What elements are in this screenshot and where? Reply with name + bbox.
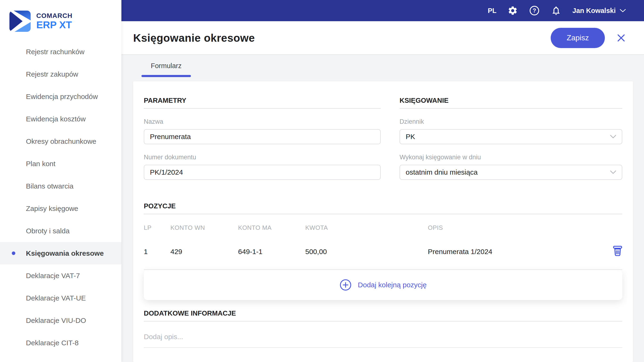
tab-formularz-label: Formularz: [142, 62, 191, 70]
section-pozycje: POZYCJE LP KONTO WN KONTO MA KWOTA OPIS …: [144, 202, 622, 300]
ksiegowanie-title: KSIĘGOWANIE: [400, 97, 622, 109]
user-menu[interactable]: Jan Kowalski: [572, 7, 626, 14]
sidebar-item-ewidencja-przychodow[interactable]: Ewidencja przychodów: [0, 85, 122, 108]
user-name: Jan Kowalski: [572, 7, 616, 14]
section-ksiegowanie: KSIĘGOWANIE Dziennik PK Wykonaj księgowa…: [400, 97, 622, 180]
cell-kwota[interactable]: 500,00: [305, 248, 428, 256]
tab-active-indicator: [142, 75, 191, 77]
sidebar-item-label: Plan kont: [26, 160, 56, 168]
sidebar-item-deklaracje-cit8[interactable]: Deklaracje CIT-8: [0, 332, 122, 354]
add-position-label: Dodaj kolejną pozycję: [358, 281, 427, 289]
wykonaj-label: Wykonaj księgowanie w dniu: [400, 154, 622, 161]
col-kwota: KWOTA: [305, 224, 428, 232]
sidebar-item-label: Rejestr zakupów: [26, 70, 78, 78]
cell-konto-wn[interactable]: 429: [170, 248, 238, 256]
svg-text:?: ?: [533, 7, 536, 14]
sidebar-item-okresy-obrachunkowe[interactable]: Okresy obrachunkowe: [0, 130, 122, 152]
language-selector[interactable]: PL: [488, 7, 496, 14]
brand-line1: COMARCH: [36, 12, 72, 19]
chevron-down-icon: [610, 170, 616, 174]
sidebar-item-plan-kont[interactable]: Plan kont: [0, 152, 122, 175]
cell-lp: 1: [144, 248, 170, 256]
sidebar: COMARCH ERP XT Rejestr rachunków Rejestr…: [0, 0, 122, 362]
cell-konto-ma[interactable]: 649-1-1: [238, 248, 305, 256]
sidebar-item-label: Ewidencja przychodów: [26, 92, 98, 101]
sidebar-item-label: Deklaracje VAT-UE: [26, 294, 86, 302]
add-position-button[interactable]: Dodaj kolejną pozycję: [144, 270, 622, 300]
sidebar-item-ksiegowania-okresowe[interactable]: Księgowania okresowe: [0, 242, 122, 264]
chevron-down-icon: [620, 8, 626, 13]
wykonaj-select[interactable]: ostatnim dniu miesiąca: [400, 165, 622, 180]
brand-line2: ERP XT: [36, 20, 72, 30]
gear-icon: [508, 6, 518, 16]
help-button[interactable]: ?: [529, 5, 540, 16]
header-actions: Zapisz: [551, 28, 644, 48]
numer-dokumentu-input[interactable]: [144, 165, 381, 180]
tabbar: Formularz: [122, 55, 644, 81]
main-area: PL ? Jan Kowalski: [122, 0, 644, 362]
parametry-title: PARAMETRY: [144, 97, 381, 109]
dziennik-select[interactable]: PK: [400, 129, 622, 144]
col-konto-ma: KONTO MA: [238, 224, 305, 232]
trash-icon: [613, 245, 622, 256]
section-parametry: PARAMETRY Nazwa Numer dokumentu: [144, 97, 381, 180]
comarch-wordmark: COMARCH ERP XT: [36, 12, 72, 30]
numer-dokumentu-label: Numer dokumentu: [144, 154, 381, 161]
form-columns: PARAMETRY Nazwa Numer dokumentu KSIĘGOWA…: [144, 97, 622, 180]
col-konto-wn: KONTO WN: [170, 224, 238, 232]
table-row: 1 429 649-1-1 500,00 Prenumerata 1/2024: [144, 245, 622, 258]
active-item-dot: [12, 252, 15, 255]
sidebar-item-label: Deklaracje VIU-DO: [26, 316, 86, 324]
col-lp: LP: [144, 224, 170, 232]
col-opis: OPIS: [428, 224, 608, 232]
pozycje-table-header: LP KONTO WN KONTO MA KWOTA OPIS: [144, 224, 622, 232]
sidebar-item-label: Rejestr rachunków: [26, 48, 84, 56]
save-button[interactable]: Zapisz: [551, 28, 605, 48]
tab-formularz[interactable]: Formularz: [142, 62, 191, 77]
chevron-down-icon: [610, 135, 616, 138]
nazwa-input[interactable]: [144, 129, 381, 144]
help-icon: ?: [529, 6, 540, 16]
comarch-logo-icon: [10, 10, 31, 32]
sidebar-item-deklaracje-viudo[interactable]: Deklaracje VIU-DO: [0, 309, 122, 332]
section-dodatkowe-informacje: DODATKOWE INFORMACJE: [144, 310, 622, 348]
plus-circle-icon: [340, 279, 352, 291]
comarch-logo[interactable]: COMARCH ERP XT: [0, 0, 122, 35]
sidebar-item-deklaracje-vat7[interactable]: Deklaracje VAT-7: [0, 264, 122, 287]
wykonaj-value: ostatnim dniu miesiąca: [406, 168, 478, 176]
pozycje-title: POZYCJE: [144, 202, 622, 214]
app-root: COMARCH ERP XT Rejestr rachunków Rejestr…: [0, 0, 644, 362]
notifications-button[interactable]: [551, 5, 562, 16]
dodatkowe-title: DODATKOWE INFORMACJE: [144, 310, 622, 322]
sidebar-item-obroty-i-salda[interactable]: Obroty i salda: [0, 220, 122, 242]
sidebar-item-bilans-otwarcia[interactable]: Bilans otwarcia: [0, 175, 122, 197]
dziennik-value: PK: [406, 133, 415, 141]
sidebar-item-label: Księgowania okresowe: [26, 249, 104, 257]
settings-button[interactable]: [507, 5, 518, 16]
sidebar-item-label: Obroty i salda: [26, 227, 70, 235]
sidebar-item-label: Ewidencja kosztów: [26, 115, 86, 123]
opis-input[interactable]: [144, 326, 622, 348]
nazwa-label: Nazwa: [144, 118, 381, 126]
sidebar-item-label: Deklaracje CIT-8: [26, 339, 78, 347]
sidebar-item-rejestr-zakupow[interactable]: Rejestr zakupów: [0, 63, 122, 85]
cell-opis[interactable]: Prenumerata 1/2024: [428, 248, 608, 256]
topbar: PL ? Jan Kowalski: [122, 0, 644, 21]
sidebar-item-ewidencja-kosztow[interactable]: Ewidencja kosztów: [0, 108, 122, 130]
close-icon[interactable]: [617, 34, 626, 42]
sidebar-menu: Rejestr rachunków Rejestr zakupów Ewiden…: [0, 35, 122, 354]
bell-icon: [551, 6, 561, 16]
sidebar-item-label: Bilans otwarcia: [26, 182, 74, 190]
sidebar-item-label: Deklaracje VAT-7: [26, 272, 80, 280]
delete-row-button[interactable]: [613, 245, 622, 258]
sidebar-item-deklaracje-vatue[interactable]: Deklaracje VAT-UE: [0, 287, 122, 309]
page-title: Księgowanie okresowe: [133, 32, 255, 44]
page-header: Księgowanie okresowe Zapisz: [122, 21, 644, 55]
sidebar-item-rejestr-rachunkow[interactable]: Rejestr rachunków: [0, 40, 122, 63]
sidebar-item-label: Okresy obrachunkowe: [26, 138, 96, 146]
sidebar-item-label: Zapisy księgowe: [26, 204, 78, 212]
sidebar-item-zapisy-ksiegowe[interactable]: Zapisy księgowe: [0, 197, 122, 220]
dziennik-label: Dziennik: [400, 118, 622, 126]
form-card: PARAMETRY Nazwa Numer dokumentu KSIĘGOWA…: [133, 81, 633, 362]
